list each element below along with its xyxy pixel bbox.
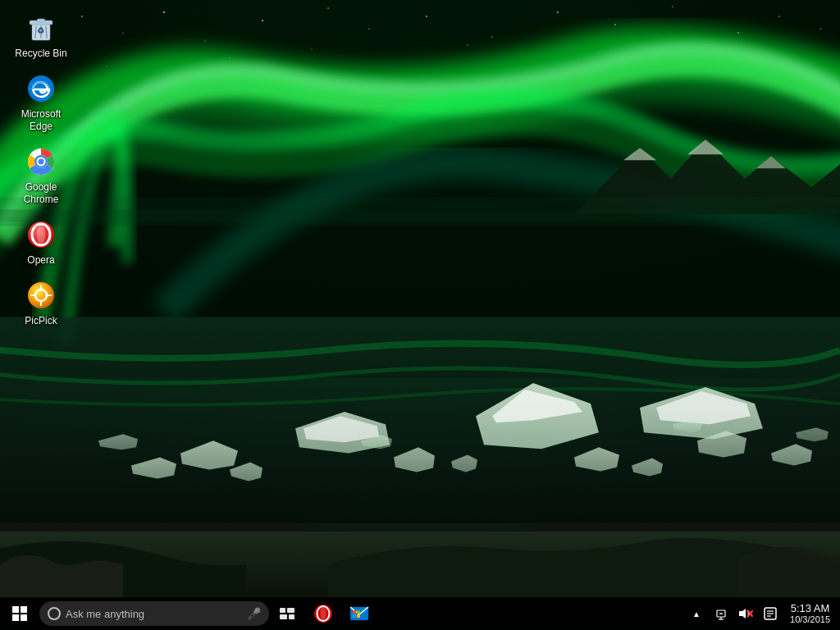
svg-marker-41 [574, 447, 619, 471]
svg-marker-51 [796, 427, 829, 441]
chevron-up-icon: ▲ [692, 609, 701, 619]
recycle-bin-label: Recycle Bin [15, 48, 66, 59]
svg-text:♻: ♻ [37, 26, 44, 35]
svg-marker-33 [476, 383, 599, 449]
svg-marker-22 [574, 148, 705, 213]
svg-rect-85 [357, 614, 360, 618]
svg-rect-54 [37, 19, 45, 22]
picpick-svg [26, 281, 56, 310]
microsoft-edge-icon[interactable]: Microsoft Edge [8, 69, 74, 135]
svg-line-55 [35, 26, 36, 38]
svg-marker-44 [771, 444, 812, 465]
svg-marker-24 [705, 156, 840, 213]
svg-point-18 [312, 49, 313, 50]
svg-marker-40 [394, 447, 435, 472]
taskbar-mail-app[interactable] [341, 597, 377, 630]
svg-marker-25 [779, 164, 840, 213]
taskbar: Ask me anything 🎤 [0, 597, 840, 630]
svg-marker-34 [492, 390, 582, 422]
landscape-background [0, 251, 840, 597]
taskbar-mail-icon [349, 604, 369, 623]
svg-marker-39 [180, 441, 238, 469]
svg-point-11 [614, 24, 616, 25]
svg-point-7 [368, 28, 369, 29]
search-bar[interactable]: Ask me anything 🎤 [39, 601, 269, 626]
svg-marker-27 [687, 139, 724, 154]
svg-point-9 [491, 36, 492, 37]
svg-marker-49 [361, 435, 392, 449]
microsoft-edge-label: Microsoft Edge [11, 108, 71, 132]
action-center-icon[interactable] [759, 600, 782, 627]
svg-point-13 [737, 32, 739, 34]
svg-rect-76 [289, 614, 294, 619]
opera-icon[interactable]: Opera [8, 215, 74, 269]
start-button[interactable] [0, 597, 39, 630]
svg-marker-45 [230, 462, 262, 481]
notification-chevron[interactable]: ▲ [685, 600, 708, 627]
clock-time: 5:13 AM [791, 602, 830, 615]
svg-rect-89 [719, 613, 723, 614]
svg-marker-46 [451, 454, 477, 472]
svg-rect-75 [280, 614, 287, 619]
edge-svg [26, 74, 56, 103]
svg-marker-28 [756, 156, 786, 168]
svg-rect-31 [0, 317, 840, 523]
svg-marker-50 [673, 419, 702, 432]
windows-logo [12, 606, 27, 621]
svg-line-57 [46, 26, 47, 38]
opera-label: Opera [27, 254, 54, 266]
svg-point-19 [467, 44, 468, 46]
svg-marker-42 [697, 431, 746, 457]
recycle-bin-icon[interactable]: ♻ Recycle Bin [8, 8, 74, 62]
svg-marker-90 [739, 609, 746, 619]
svg-marker-35 [640, 387, 763, 439]
svg-point-16 [106, 66, 107, 66]
svg-point-2 [122, 32, 123, 33]
google-chrome-label: Google Chrome [11, 181, 71, 205]
svg-rect-30 [0, 209, 840, 226]
opera-svg [26, 220, 56, 249]
recycle-bin-svg: ♻ [25, 12, 57, 43]
svg-point-66 [37, 224, 45, 245]
stars [81, 6, 821, 66]
search-placeholder: Ask me anything [66, 608, 242, 620]
svg-marker-48 [98, 434, 138, 450]
picpick-icon[interactable]: PicPick [8, 276, 74, 330]
svg-point-6 [327, 7, 329, 9]
svg-marker-36 [656, 391, 751, 424]
svg-point-79 [321, 606, 326, 621]
svg-point-17 [229, 57, 230, 57]
microphone-icon[interactable]: 🎤 [247, 607, 261, 620]
volume-icon[interactable] [734, 600, 757, 627]
taskbar-opera-icon [313, 604, 333, 623]
svg-rect-82 [353, 610, 356, 614]
svg-point-12 [672, 6, 673, 7]
svg-point-4 [204, 40, 205, 41]
clock-display[interactable]: 5:13 AM 10/3/2015 [783, 597, 837, 630]
aurora-background [0, 0, 840, 378]
svg-rect-83 [357, 610, 360, 614]
svg-marker-38 [304, 416, 379, 442]
volume-svg [738, 607, 753, 620]
svg-rect-0 [0, 0, 840, 378]
cortana-icon [48, 607, 61, 620]
svg-point-63 [39, 159, 44, 165]
svg-point-14 [778, 16, 779, 16]
svg-marker-37 [295, 412, 390, 453]
network-icon[interactable] [710, 600, 733, 627]
desktop: ♻ Recycle Bin Microsoft Edge [0, 0, 840, 630]
svg-point-21 [705, 44, 705, 45]
svg-point-1 [81, 16, 83, 17]
svg-rect-84 [353, 614, 356, 618]
google-chrome-icon[interactable]: Google Chrome [8, 142, 74, 208]
svg-rect-32 [0, 532, 840, 597]
svg-rect-74 [287, 608, 294, 613]
svg-marker-43 [131, 457, 176, 478]
taskbar-opera-app[interactable] [305, 597, 341, 630]
svg-marker-47 [632, 458, 663, 476]
chrome-svg [26, 147, 56, 176]
svg-point-10 [557, 11, 559, 13]
task-view-button[interactable] [269, 597, 305, 630]
svg-marker-26 [623, 148, 656, 160]
svg-point-5 [262, 20, 263, 21]
